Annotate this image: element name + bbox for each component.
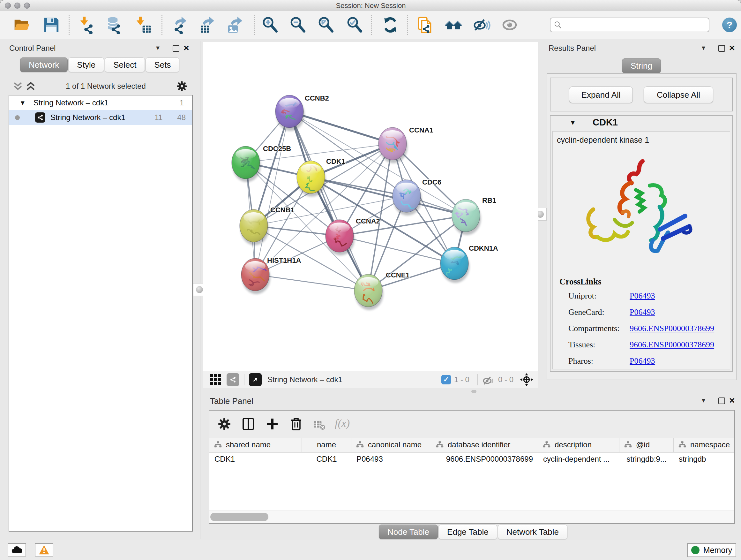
table-panel-close-icon[interactable]: × bbox=[729, 397, 735, 404]
control-panel-float-icon[interactable] bbox=[173, 45, 179, 52]
network-node-CDK1[interactable] bbox=[297, 161, 326, 197]
network-node-CDKN1A[interactable] bbox=[441, 247, 469, 283]
column-header-@id[interactable]: @id bbox=[619, 438, 674, 452]
network-edge-CCNB2-CCNA1[interactable] bbox=[289, 111, 393, 144]
selected-checkbox[interactable]: ✓ bbox=[441, 375, 451, 384]
expand-all-icon[interactable] bbox=[25, 81, 36, 91]
hide-selected-icon[interactable] bbox=[473, 16, 490, 34]
network-row-selected[interactable]: String Network – cdk1 11 48 bbox=[9, 110, 192, 125]
network-node-CCNB1[interactable] bbox=[240, 209, 269, 245]
network-node-CDC25B[interactable] bbox=[232, 146, 261, 182]
table-cell[interactable]: P06493 bbox=[351, 452, 431, 466]
toolbar-separator bbox=[254, 15, 255, 35]
import-network-icon[interactable] bbox=[78, 16, 96, 34]
memory-button[interactable]: Memory bbox=[687, 543, 736, 557]
results-panel-close-icon[interactable]: × bbox=[729, 44, 735, 51]
birdseye-view-icon[interactable] bbox=[249, 373, 262, 386]
node-label-CDC25B: CDC25B bbox=[263, 145, 291, 152]
table-cell[interactable]: CDK1 bbox=[302, 452, 351, 466]
zoom-fit-icon[interactable] bbox=[317, 16, 335, 34]
cloud-status-button[interactable] bbox=[8, 543, 26, 557]
open-file-icon[interactable] bbox=[13, 16, 31, 34]
table-options-gear-icon[interactable] bbox=[217, 416, 232, 432]
table-panel-tabs: Node TableEdge TableNetwork Table bbox=[379, 524, 568, 539]
network-node-CDC6[interactable] bbox=[393, 180, 421, 215]
tab-node-table[interactable]: Node Table bbox=[379, 524, 438, 539]
network-state-dot bbox=[15, 115, 20, 120]
table-cell[interactable]: 9606.ENSP00000378699 bbox=[431, 452, 538, 466]
refresh-icon[interactable] bbox=[381, 16, 399, 34]
zoom-out-icon[interactable] bbox=[289, 16, 307, 34]
horizontal-splitter-handle[interactable] bbox=[471, 390, 476, 393]
network-node-RB1[interactable] bbox=[452, 199, 481, 235]
network-node-HIST1H1A[interactable] bbox=[241, 258, 270, 294]
gene-section-expander-icon[interactable]: ▼ bbox=[569, 119, 576, 126]
tab-select[interactable]: Select bbox=[105, 57, 145, 72]
control-panel-close-icon[interactable]: × bbox=[184, 44, 189, 51]
application-window: Session: New Session ? Control Panel ▾ bbox=[0, 0, 741, 560]
string-import-icon[interactable] bbox=[416, 16, 434, 34]
delete-column-icon[interactable] bbox=[288, 416, 304, 432]
results-panel-float-icon[interactable] bbox=[718, 45, 725, 52]
expand-all-button[interactable]: Expand All bbox=[569, 86, 633, 103]
collapse-all-icon[interactable] bbox=[12, 81, 23, 91]
network-canvas[interactable]: CCNB2CCNA1CDC25BCDK1CDC6RB1CCNB1CCNA2CDK… bbox=[203, 42, 538, 371]
network-edge-HIST1H1A-CCNE1[interactable] bbox=[255, 274, 368, 291]
column-header-name[interactable]: name bbox=[302, 438, 351, 452]
warnings-button[interactable] bbox=[35, 543, 53, 557]
help-button[interactable]: ? bbox=[722, 17, 737, 32]
column-header-database-identifier[interactable]: database identifier bbox=[431, 438, 538, 452]
crosslink-link[interactable]: 9606.ENSP00000378699 bbox=[630, 340, 714, 350]
show-columns-icon[interactable] bbox=[241, 416, 256, 432]
export-network-icon[interactable] bbox=[169, 16, 186, 34]
crosslink-link[interactable]: P06493 bbox=[630, 291, 655, 301]
column-header-namespace[interactable]: namespace bbox=[674, 438, 734, 452]
network-node-CCNA1[interactable] bbox=[379, 127, 408, 163]
add-column-icon[interactable] bbox=[265, 416, 280, 432]
table-cell[interactable]: cyclin-dependent ... bbox=[538, 452, 619, 466]
table-cell[interactable]: stringdb:9... bbox=[619, 452, 674, 466]
zoom-in-icon[interactable] bbox=[261, 16, 279, 34]
table-horizontal-scrollbar[interactable] bbox=[209, 510, 734, 523]
tab-network-table[interactable]: Network Table bbox=[498, 524, 567, 539]
save-session-icon[interactable] bbox=[43, 16, 60, 34]
table-cell[interactable]: stringdb bbox=[674, 452, 734, 466]
show-all-icon[interactable] bbox=[501, 16, 519, 34]
zoom-selected-icon[interactable] bbox=[346, 16, 363, 34]
network-collection-row[interactable]: ▼ String Network – cdk1 1 bbox=[9, 96, 192, 110]
import-table-icon[interactable] bbox=[134, 16, 152, 34]
control-panel-collapse-icon[interactable]: ▾ bbox=[156, 44, 159, 52]
collection-expander-icon[interactable]: ▼ bbox=[19, 99, 26, 107]
tab-edge-table[interactable]: Edge Table bbox=[439, 524, 497, 539]
network-share-icon[interactable] bbox=[226, 373, 239, 386]
show-grid-icon[interactable] bbox=[210, 374, 221, 385]
export-image-icon[interactable] bbox=[224, 16, 242, 34]
first-neighbors-icon[interactable] bbox=[445, 16, 462, 34]
column-header-description[interactable]: description bbox=[538, 438, 619, 452]
network-options-gear-icon[interactable] bbox=[176, 80, 188, 92]
tab-sets[interactable]: Sets bbox=[145, 57, 179, 72]
column-header-canonical-name[interactable]: canonical name bbox=[351, 438, 431, 452]
column-header-shared-name[interactable]: shared name bbox=[209, 438, 302, 452]
tab-style[interactable]: Style bbox=[68, 57, 104, 72]
network-node-CCNB2[interactable] bbox=[275, 95, 305, 131]
import-network-from-database-icon[interactable] bbox=[106, 16, 124, 34]
results-panel-collapse-icon[interactable]: ▾ bbox=[702, 44, 705, 52]
export-table-icon[interactable] bbox=[196, 16, 214, 34]
table-scrollbar-thumb[interactable] bbox=[210, 513, 268, 521]
network-edge-CCNB2-CCNE1[interactable] bbox=[289, 111, 368, 291]
collapse-all-button[interactable]: Collapse All bbox=[644, 86, 713, 103]
table-panel-collapse-icon[interactable]: ▾ bbox=[702, 396, 705, 405]
tab-network[interactable]: Network bbox=[20, 57, 68, 72]
fit-selected-crosshair-icon[interactable] bbox=[519, 372, 534, 387]
network-node-CCNE1[interactable] bbox=[354, 274, 383, 310]
table-cell[interactable]: CDK1 bbox=[209, 452, 302, 466]
crosslink-link[interactable]: P06493 bbox=[630, 307, 655, 317]
crosslink-link[interactable]: 9606.ENSP00000378699 bbox=[630, 324, 714, 333]
crosslink-link[interactable]: P06493 bbox=[630, 356, 655, 366]
table-panel-float-icon[interactable] bbox=[718, 397, 725, 404]
titlebar: Session: New Session bbox=[0, 0, 741, 11]
search-input[interactable] bbox=[566, 19, 708, 32]
table-row[interactable]: CDK1CDK1P064939606.ENSP00000378699cyclin… bbox=[209, 452, 734, 466]
tab-string[interactable]: String bbox=[622, 58, 661, 73]
